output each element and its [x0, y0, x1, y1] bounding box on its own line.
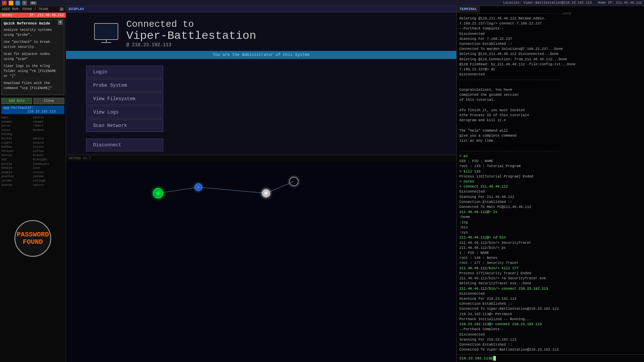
counter-badge: 61: [30, 1, 37, 5]
node-1[interactable]: [195, 184, 202, 191]
netmap-bar: netmap v1.7: [66, 155, 456, 161]
node-ring[interactable]: [289, 177, 299, 186]
quick-ref-box: x Quick Reference Guide Analyze security…: [1, 19, 64, 95]
ram-section: USED RAM: 595mb / 761mb 2: [0, 6, 66, 13]
close-icon[interactable]: ✕: [2, 1, 7, 5]
view-logs-button[interactable]: View Logs: [86, 106, 163, 119]
connected-text: Connected to Viper-Battlestation @ 210.2…: [126, 19, 256, 48]
connected-area: Connected to Viper-Battlestation @ 210.2…: [66, 12, 456, 51]
probe-system-button[interactable]: Probe System: [86, 79, 163, 92]
password-grid: passjackie icemancasper pornorobert stev…: [0, 115, 66, 188]
menu-buttons: Login Probe System View Filesystem View …: [66, 62, 456, 135]
terminal-output[interactable]: Note: the wildcard "*" indicates 'All'. …: [457, 12, 644, 354]
password-circle: PASSWORD FOUND: [14, 220, 51, 257]
left-panel: USED RAM: 595mb / 761mb 2 Notes IP: 211.…: [0, 6, 66, 362]
quick-ref-close[interactable]: x: [58, 20, 63, 25]
active-process-label: app:Porthack: [3, 106, 27, 114]
terminal-header: TERMINAL: [457, 6, 480, 12]
admin-banner: You are the Administrator of this System: [66, 51, 456, 59]
node-lines: [66, 161, 456, 362]
notes-label: Notes: [2, 13, 12, 17]
login-button[interactable]: Login: [86, 66, 163, 78]
quick-ref-content: Analyze security systems using "probe". …: [4, 27, 62, 91]
target-ip-label: @ 210.23.192.113: [126, 42, 256, 48]
password-found-overlay: PASSWORD FOUND: [14, 220, 51, 257]
right-panel: TERMINAL Note: the wildcard "*" indicate…: [456, 6, 644, 362]
computer-icon: [93, 22, 120, 45]
terminal-input-row[interactable]: 210.23.192.113@: [457, 354, 644, 362]
ram-label: USED RAM: 595mb / 761mb: [2, 7, 48, 11]
password-area: passjackie icemancasper pornorobert stev…: [0, 115, 66, 362]
main-layout: USED RAM: 595mb / 761mb 2 Notes IP: 211.…: [0, 6, 644, 362]
svg-line-6: [158, 187, 198, 193]
gear-icon[interactable]: ⚙: [22, 1, 27, 5]
notes-ip: IP: 211.46.46.112: [29, 13, 64, 17]
active-process-bar: app:Porthack IP: 210.23.192.113: [1, 105, 64, 114]
active-process-ip: IP: 210.23.192.113: [27, 106, 62, 114]
maximize-icon[interactable]: □: [15, 1, 20, 5]
connected-to-label: Connected to: [126, 19, 256, 29]
node-active[interactable]: [262, 189, 270, 197]
password-found-text: PASSWORD FOUND: [17, 231, 49, 246]
node-home[interactable]: [153, 188, 163, 198]
ram-badge: 2: [60, 7, 64, 11]
close-note-button[interactable]: Close: [34, 98, 64, 104]
center-panel: DISPLAY Connected to Viper-Battlestation…: [66, 6, 456, 362]
top-bar: ✕ — □ ⚙ 61 Location: Viper-Battlestation…: [0, 0, 644, 6]
disconnect-area: Disconnect: [66, 135, 456, 155]
svg-line-7: [198, 187, 266, 193]
minimize-icon[interactable]: —: [9, 1, 13, 5]
display-header: DISPLAY: [66, 6, 456, 12]
quick-ref-title: Quick Reference Guide: [4, 21, 62, 25]
notes-bar: Notes IP: 211.46.46.112: [0, 13, 66, 18]
terminal-header-row: TERMINAL: [457, 6, 644, 12]
terminal-cursor: [493, 356, 496, 361]
add-note-button[interactable]: Add Note: [1, 98, 32, 104]
scan-network-button[interactable]: Scan Network: [86, 119, 163, 132]
note-buttons: Add Note Close: [1, 98, 64, 104]
network-map: [66, 161, 456, 362]
location-text: Location: Viper-Battlestation@210.23.192…: [503, 1, 642, 5]
disconnect-button[interactable]: Disconnect: [86, 139, 163, 151]
view-filesystem-button[interactable]: View Filesystem: [86, 92, 163, 105]
terminal-prompt-label: 210.23.192.113@: [459, 356, 493, 360]
target-name-label: Viper-Battlestation: [126, 29, 256, 42]
top-bar-left: ✕ — □ ⚙ 61: [2, 1, 37, 5]
